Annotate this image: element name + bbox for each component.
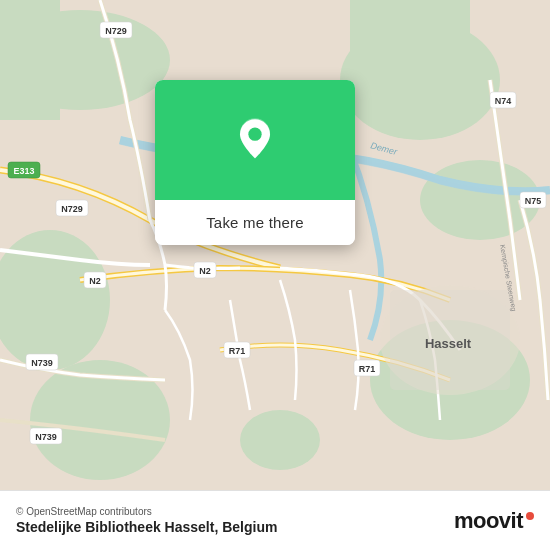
svg-rect-8 (0, 0, 60, 120)
svg-text:N739: N739 (35, 432, 57, 442)
svg-rect-4 (350, 0, 470, 80)
svg-text:N729: N729 (61, 204, 83, 214)
svg-text:N2: N2 (199, 266, 211, 276)
footer: © OpenStreetMap contributors Stedelijke … (0, 490, 550, 550)
location-name: Stedelijke Bibliotheek Hasselt, Belgium (16, 519, 277, 535)
take-me-there-button[interactable]: Take me there (155, 200, 355, 245)
location-pin-icon (230, 115, 280, 165)
osm-credit: © OpenStreetMap contributors (16, 506, 277, 517)
svg-text:N2: N2 (89, 276, 101, 286)
moovit-logo-text: moovit (454, 508, 523, 534)
svg-text:N729: N729 (105, 26, 127, 36)
svg-text:N75: N75 (525, 196, 542, 206)
svg-text:N739: N739 (31, 358, 53, 368)
svg-text:R71: R71 (229, 346, 246, 356)
popup-header (155, 80, 355, 200)
svg-text:R71: R71 (359, 364, 376, 374)
map-container: N729 E313 N729 N2 N2 N739 N739 R71 R71 N… (0, 0, 550, 490)
svg-text:E313: E313 (13, 166, 34, 176)
popup-arrow (243, 244, 267, 245)
svg-point-9 (240, 410, 320, 470)
moovit-logo: moovit (454, 508, 534, 534)
svg-point-39 (248, 128, 261, 141)
svg-text:Hasselt: Hasselt (425, 336, 472, 351)
svg-text:N74: N74 (495, 96, 512, 106)
popup-card: Take me there (155, 80, 355, 245)
moovit-dot (526, 512, 534, 520)
footer-info: © OpenStreetMap contributors Stedelijke … (16, 506, 277, 535)
